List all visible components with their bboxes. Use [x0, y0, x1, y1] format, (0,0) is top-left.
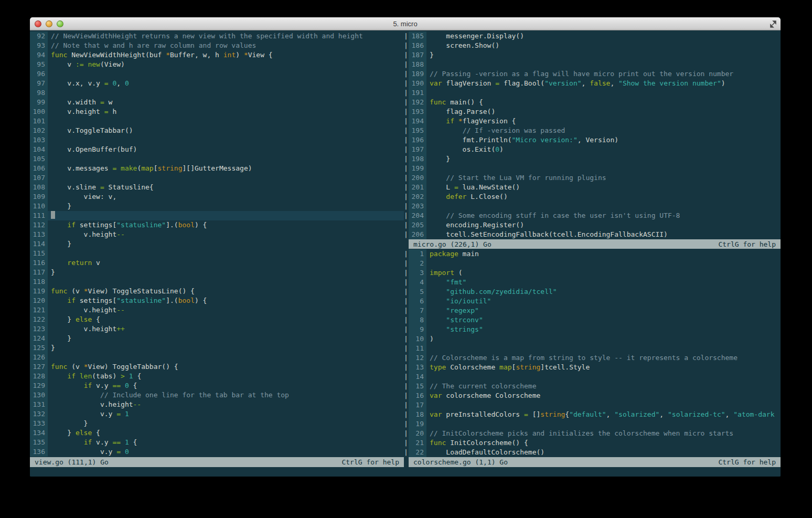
code-area-view-go[interactable]: 92// NewViewWidthHeight returns a new vi…	[30, 30, 404, 457]
code-line[interactable]: 136 v.y = 0	[30, 447, 404, 457]
code-line[interactable]: 104 v.OpenBuffer(buf)	[30, 145, 404, 154]
code-line[interactable]: |3import (	[404, 268, 781, 278]
code-line[interactable]: |22 LoadDefaultColorscheme()	[404, 448, 781, 457]
code-line[interactable]: 127func (v *View) ToggleTabbar() {	[30, 362, 404, 372]
code-line[interactable]: 129 if v.y == 0 {	[30, 381, 404, 390]
code-line[interactable]: |198 }	[404, 154, 781, 164]
code-line[interactable]: 113 v.height--	[30, 230, 404, 239]
code-line[interactable]: |204 // Some encoding stuff in case the …	[404, 211, 781, 220]
code-line[interactable]: 116 return v	[30, 258, 404, 268]
code-line[interactable]: |203	[404, 202, 781, 211]
code-line[interactable]: |14	[404, 372, 781, 382]
code-line[interactable]: |194 if *flagVersion {	[404, 117, 781, 126]
line-number: 195	[409, 126, 426, 135]
code-line[interactable]: 130 // Include one line for the tab bar …	[30, 390, 404, 400]
resize-icon[interactable]	[769, 20, 777, 28]
code-line[interactable]: |193 flag.Parse()	[404, 107, 781, 117]
code-line[interactable]: |11	[404, 344, 781, 353]
code-line[interactable]: |187}	[404, 50, 781, 60]
code-line[interactable]: 131 v.height--	[30, 400, 404, 409]
code-line[interactable]: 94func NewViewWidthHeight(buf *Buffer, w…	[30, 50, 404, 60]
code-line[interactable]: 106 v.messages = make(map[string][]Gutte…	[30, 164, 404, 173]
code-line[interactable]: 118	[30, 277, 404, 287]
code-line[interactable]: |12// Colorscheme is a map from string t…	[404, 353, 781, 363]
code-line[interactable]: |191	[404, 88, 781, 98]
code-line[interactable]: 123 v.height++	[30, 324, 404, 334]
code-line[interactable]: |8 "strconv"	[404, 315, 781, 325]
zoom-button[interactable]	[57, 20, 63, 27]
code-line[interactable]: |192func main() {	[404, 98, 781, 107]
code-line[interactable]: |186 screen.Show()	[404, 41, 781, 50]
code-line[interactable]: |7 "regexp"	[404, 306, 781, 315]
code-line[interactable]: 115	[30, 249, 404, 258]
code-line[interactable]: 128 if len(tabs) > 1 {	[30, 372, 404, 381]
code-line[interactable]: 135 if v.y == 1 {	[30, 438, 404, 447]
code-line[interactable]: |15// The current colorscheme	[404, 382, 781, 391]
minimize-button[interactable]	[46, 20, 52, 27]
code-line[interactable]: 119func (v *View) ToggleStatusLine() {	[30, 287, 404, 296]
code-line[interactable]: |5 "github.com/zyedidia/tcell"	[404, 287, 781, 297]
code-line[interactable]: 120 if settings["statusline"].(bool) {	[30, 296, 404, 305]
code-line[interactable]: |190var flagVersion = flag.Bool("version…	[404, 79, 781, 88]
code-line[interactable]: 110 }	[30, 202, 404, 211]
code-line[interactable]: |196 fmt.Println("Micro version:", Versi…	[404, 135, 781, 145]
code-line[interactable]: 112 if settings["statusline"].(bool) {	[30, 220, 404, 230]
code-line[interactable]: |20// InitColorscheme picks and initiali…	[404, 429, 781, 438]
code-line[interactable]: |195 // If -version was passed	[404, 126, 781, 135]
code-line[interactable]: |199	[404, 164, 781, 173]
code-line[interactable]: 114 }	[30, 239, 404, 249]
code-line[interactable]: 109 view: v,	[30, 192, 404, 202]
command-line[interactable]	[30, 467, 781, 477]
code-line[interactable]: 99 v.width = w	[30, 98, 404, 107]
code-line[interactable]: 125}	[30, 343, 404, 353]
code-line[interactable]: 133 }	[30, 419, 404, 428]
code-line[interactable]: |189// Passing -version as a flag will h…	[404, 69, 781, 79]
code-area-micro-go[interactable]: |185 messenger.Display()|186 screen.Show…	[404, 30, 781, 239]
code-line[interactable]: 96	[30, 69, 404, 79]
code-line[interactable]: |205 encoding.Register()	[404, 220, 781, 230]
code-line[interactable]: |13type Colorscheme map[string]tcell.Sty…	[404, 363, 781, 372]
code-line[interactable]: |206 tcell.SetEncodingFallback(tcell.Enc…	[404, 230, 781, 239]
code-line[interactable]: 98	[30, 88, 404, 98]
code-line[interactable]: 92// NewViewWidthHeight returns a new vi…	[30, 31, 404, 41]
code-line[interactable]: 107	[30, 173, 404, 183]
code-line[interactable]: 117}	[30, 268, 404, 277]
code-line[interactable]: |19	[404, 419, 781, 429]
code-line[interactable]: 126	[30, 353, 404, 362]
code-line[interactable]: |10)	[404, 334, 781, 344]
code-line[interactable]: |2	[404, 259, 781, 268]
code-line[interactable]: 121 v.height--	[30, 305, 404, 315]
code-line[interactable]: 97 v.x, v.y = 0, 0	[30, 79, 404, 88]
code-line[interactable]: 95 v := new(View)	[30, 60, 404, 69]
code-area-colorscheme-go[interactable]: |1package main|2|3import (|4 "fmt"|5 "gi…	[404, 249, 781, 457]
code-line[interactable]: |185 messenger.Display()	[404, 31, 781, 41]
code-line[interactable]: |188	[404, 60, 781, 69]
code-line[interactable]: 111	[30, 211, 404, 220]
code-line[interactable]: |18var preInstalledColors = []string{"de…	[404, 410, 781, 419]
code-line[interactable]: 101	[30, 117, 404, 126]
code-line[interactable]: 124 }	[30, 334, 404, 343]
code-line[interactable]: |201 L = lua.NewState()	[404, 183, 781, 192]
code-line[interactable]: 108 v.sline = Statusline{	[30, 183, 404, 192]
code-line[interactable]: |6 "io/ioutil"	[404, 297, 781, 306]
code-line[interactable]: |17	[404, 400, 781, 410]
code-line[interactable]: |9 "strings"	[404, 325, 781, 334]
code-line[interactable]: |197 os.Exit(0)	[404, 145, 781, 154]
code-line[interactable]: 102 v.ToggleTabbar()	[30, 126, 404, 135]
code-line[interactable]: |202 defer L.Close()	[404, 192, 781, 202]
code-line[interactable]: 134 } else {	[30, 428, 404, 438]
line-number: 7	[409, 306, 426, 315]
code-line[interactable]: |16var colorscheme Colorscheme	[404, 391, 781, 400]
close-button[interactable]	[35, 20, 41, 27]
code-line[interactable]: 105	[30, 154, 404, 164]
code-line[interactable]: |21func InitColorscheme() {	[404, 438, 781, 448]
code-line[interactable]: 132 v.y = 1	[30, 409, 404, 419]
code-line[interactable]: |4 "fmt"	[404, 278, 781, 287]
code-line[interactable]: 122 } else {	[30, 315, 404, 324]
code-line[interactable]: 100 v.height = h	[30, 107, 404, 117]
title-bar[interactable]: 5. micro	[30, 17, 781, 30]
code-line[interactable]: |1package main	[404, 249, 781, 259]
code-line[interactable]: 93// Note that w and h are raw column an…	[30, 41, 404, 50]
code-line[interactable]: |200 // Start the Lua VM for running plu…	[404, 173, 781, 183]
code-line[interactable]: 103	[30, 135, 404, 145]
